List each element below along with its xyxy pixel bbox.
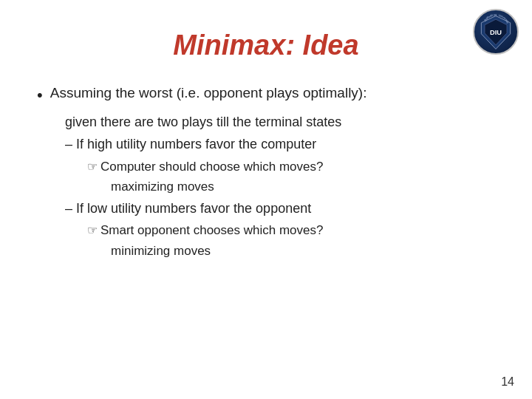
line3-sub1: ☞Smart opponent chooses which moves? bbox=[87, 221, 495, 240]
line2-sub1: ☞Computer should choose which moves? bbox=[87, 157, 495, 177]
slide-title: Minimax: Idea bbox=[37, 30, 495, 61]
finger-icon-2: ☞ bbox=[87, 224, 98, 236]
main-bullet-text: Assuming the worst (i.e. opponent plays … bbox=[50, 82, 367, 103]
finger-icon-1: ☞ bbox=[87, 160, 98, 173]
page-number: 14 bbox=[501, 375, 514, 389]
line3-sub2: minimizing moves bbox=[111, 242, 495, 261]
main-bullet: • Assuming the worst (i.e. opponent play… bbox=[37, 82, 495, 108]
slide: DIU Daffodil Int. University Minimax: Id… bbox=[0, 0, 532, 399]
line2-sub2: maximizing moves bbox=[111, 177, 495, 197]
svg-text:DIU: DIU bbox=[490, 29, 502, 36]
logo-svg: DIU Daffodil Int. University bbox=[474, 9, 517, 55]
logo: DIU Daffodil Int. University bbox=[473, 9, 519, 55]
logo-circle: DIU Daffodil Int. University bbox=[473, 9, 519, 55]
line1: given there are two plays till the termi… bbox=[65, 112, 495, 133]
slide-content: • Assuming the worst (i.e. opponent play… bbox=[37, 82, 495, 261]
line2-dash: – If high utility numbers favor the comp… bbox=[65, 134, 495, 155]
bullet-dot: • bbox=[37, 83, 43, 108]
line3-dash: – If low utility numbers favor the oppon… bbox=[65, 199, 495, 219]
